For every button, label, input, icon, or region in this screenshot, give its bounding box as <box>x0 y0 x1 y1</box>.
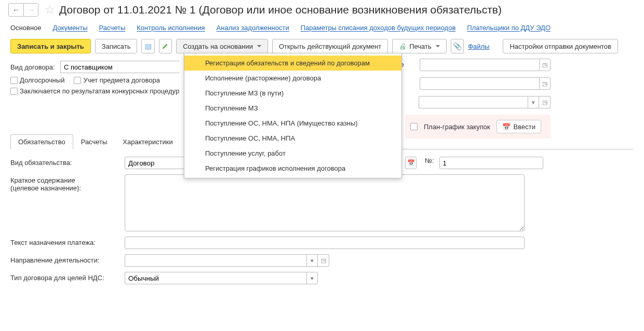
activity-dir-open-button[interactable]: ◳ <box>318 254 329 267</box>
create-based-on-dropdown: Регистрация обязательств и сведений по д… <box>184 53 402 178</box>
section-tab-documents[interactable]: Документы <box>53 24 88 32</box>
print-label: Печать <box>409 43 432 50</box>
dropdown-arrow-button-3[interactable]: ▾ <box>528 96 539 108</box>
subject-tracking-label: Учет предмета договора <box>83 76 160 84</box>
save-and-close-label: Записать и закрыть <box>17 43 84 50</box>
contract-type-input[interactable] <box>60 61 180 73</box>
save-and-close-button[interactable]: Записать и закрыть <box>10 39 91 53</box>
contract-type-label: Вид договора: <box>10 63 56 71</box>
attach-button[interactable]: 📎 <box>451 39 464 53</box>
payment-text-input[interactable] <box>125 237 525 249</box>
page-title: Договор от 11.01.2021 № 1 (Договор или и… <box>59 4 502 16</box>
subject-tracking-checkbox[interactable] <box>74 77 81 84</box>
competitive-label: Заключается по результатам конкурсных пр… <box>20 87 179 95</box>
print-button[interactable]: 🖨 Печать <box>392 39 447 53</box>
section-tab-future-income[interactable]: Параметры списания доходов будущих перио… <box>301 24 456 32</box>
paperclip-icon: 📎 <box>453 42 462 50</box>
activity-dir-input[interactable] <box>125 254 306 267</box>
edit-pen-icon <box>162 43 169 50</box>
dropdown-item-register-obligations[interactable]: Регистрация обязательств и сведений по д… <box>184 56 401 71</box>
section-tab-control[interactable]: Контроль исполнения <box>137 24 205 32</box>
save-label: Записать <box>102 43 131 50</box>
number-label: №: <box>425 157 434 164</box>
calendar-small-icon: 📅 <box>407 159 415 167</box>
procurement-plan-panel: План-график закупок 📅 Ввести <box>405 115 551 139</box>
nav-back-button[interactable]: ← <box>9 4 23 16</box>
dropdown-item-mz-incoming-transit[interactable]: Поступление МЗ (в пути) <box>184 86 401 101</box>
section-nav: Основное Документы Расчеты Контроль испо… <box>0 19 644 36</box>
activity-dir-dropdown-button[interactable]: ▾ <box>306 254 318 267</box>
enter-plan-button[interactable]: 📅 Ввести <box>497 120 541 133</box>
longterm-checkbox[interactable] <box>10 77 18 84</box>
dropdown-item-services[interactable]: Поступление услуг, работ <box>184 146 401 161</box>
activity-dir-label: Направление деятельности: <box>10 254 119 264</box>
open-ref-button-2[interactable]: ◳ <box>539 77 551 90</box>
procurement-plan-label: План-график закупок <box>424 123 490 131</box>
payment-text-label: Текст назначения платежа: <box>10 237 119 246</box>
vat-type-input[interactable] <box>125 272 306 284</box>
section-tab-debt-analysis[interactable]: Анализ задолженности <box>217 24 289 32</box>
open-ref-button-1[interactable]: ◳ <box>539 59 551 71</box>
edit-pen-button[interactable] <box>159 39 172 53</box>
printer-icon: 🖨 <box>399 42 406 50</box>
open-current-doc-button[interactable]: Открыть действующий документ <box>272 39 388 53</box>
vat-type-dropdown-button[interactable]: ▾ <box>306 272 318 284</box>
upper-right-input-3[interactable] <box>419 96 528 108</box>
calendar-icon: 📅 <box>502 123 511 131</box>
number-input[interactable] <box>439 157 543 169</box>
nav-forward-button[interactable]: → <box>23 4 38 16</box>
procurement-plan-checkbox[interactable] <box>410 123 418 130</box>
send-settings-button[interactable]: Настройки отправки документов <box>503 39 618 53</box>
open-current-doc-label: Открыть действующий документ <box>279 43 381 50</box>
favorite-star-icon[interactable]: ☆ <box>45 4 55 16</box>
short-desc-label: Краткое содержание (целевое назначение): <box>10 174 119 192</box>
contract-type-field-group <box>60 61 180 73</box>
short-desc-label-line1: Краткое содержание <box>10 176 119 184</box>
send-settings-label: Настройки отправки документов <box>509 43 611 50</box>
create-based-on-label: Создать на основании <box>183 43 253 50</box>
dropdown-item-contract-execution[interactable]: Исполнение (расторжение) договора <box>184 71 401 86</box>
create-based-on-button[interactable]: Создать на основании <box>176 39 268 53</box>
competitive-checkbox[interactable] <box>10 88 18 95</box>
section-tab-payments[interactable]: Расчеты <box>99 24 126 32</box>
dropdown-item-os[interactable]: Поступление ОС, НМА, НПА <box>184 131 401 146</box>
upper-right-input-1[interactable] <box>420 59 539 71</box>
vat-type-label: Тип договора для целей НДС: <box>10 272 119 282</box>
nav-buttons: ← → <box>8 3 38 17</box>
tab-payments[interactable]: Расчеты <box>73 134 115 149</box>
obligation-type-label: Вид обязательства: <box>10 157 119 167</box>
open-ref-button-3[interactable]: ◳ <box>539 96 551 108</box>
tab-characteristics[interactable]: Характеристики <box>115 134 180 149</box>
list-view-icon: ▤ <box>145 42 152 50</box>
enter-plan-label: Ввести <box>514 123 535 131</box>
longterm-label: Долгосрочный <box>20 76 64 84</box>
dropdown-item-mz-incoming[interactable]: Поступление МЗ <box>184 101 401 116</box>
list-view-button[interactable]: ▤ <box>141 39 154 53</box>
upper-right-input-2[interactable] <box>420 77 539 90</box>
short-desc-label-line2: (целевое назначение): <box>10 184 119 192</box>
toolbar: Записать и закрыть Записать ▤ Создать на… <box>0 36 644 59</box>
short-desc-textarea[interactable] <box>125 174 525 231</box>
section-tab-payers-edo[interactable]: Плательщики по ДДУ ЭДО <box>467 24 551 32</box>
section-tab-main[interactable]: Основное <box>10 24 42 32</box>
save-button[interactable]: Записать <box>95 39 138 53</box>
tab-obligation[interactable]: Обязательство <box>10 134 73 149</box>
dropdown-item-register-schedules[interactable]: Регистрация графиков исполнения договора <box>184 161 401 176</box>
files-link[interactable]: Файлы <box>468 43 489 50</box>
date-picker-button[interactable]: 📅 <box>405 157 417 169</box>
dropdown-item-os-treasury[interactable]: Поступление ОС, НМА, НПА (Имущество казн… <box>184 116 401 131</box>
